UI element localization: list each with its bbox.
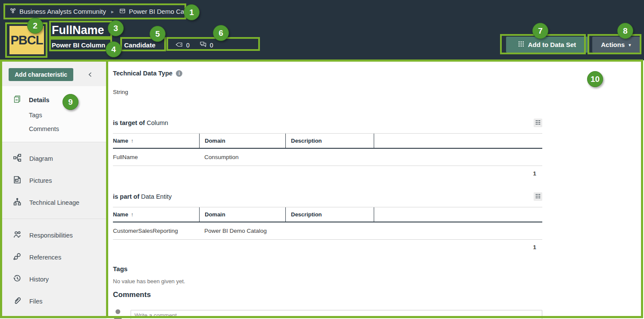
technical-data-type-label: Technical Data Type	[113, 70, 172, 77]
files-paperclip-icon	[13, 296, 22, 306]
sidebar-item-files-label: Files	[29, 298, 43, 305]
column-header-domain[interactable]: Domain	[199, 134, 285, 148]
relation-title-bold: is part of	[113, 193, 139, 200]
sidebar: Add characteristic Details	[0, 60, 106, 319]
cell-name[interactable]: CustomerSalesReporting	[113, 222, 199, 239]
breadcrumb-catalog-link[interactable]: Power BI Demo Catalog	[119, 7, 198, 16]
relation-table: Name ↑ Domain Description FullName Consu…	[113, 133, 542, 177]
asset-subtitle-row: Power BI Column Candidate 0	[52, 41, 213, 49]
cell-description	[285, 149, 374, 166]
column-header-name[interactable]: Name ↑	[113, 134, 199, 148]
grid-dots-icon	[535, 194, 541, 200]
comments-heading: Comments	[113, 291, 542, 299]
sort-ascending-icon: ↑	[131, 138, 133, 144]
technical-data-type-value: String	[113, 89, 542, 95]
column-header-name[interactable]: Name ↑	[113, 207, 199, 222]
breadcrumb-separator-icon: ▸	[109, 9, 116, 15]
tag-counter[interactable]: 0	[175, 41, 190, 49]
tag-icon	[175, 41, 183, 49]
sidebar-item-references[interactable]: References	[0, 246, 106, 268]
add-to-dataset-label: Add to Data Set	[528, 41, 576, 48]
sidebar-item-files[interactable]: Files	[0, 290, 106, 312]
tag-count: 0	[186, 42, 190, 49]
sidebar-item-pictures-label: Pictures	[29, 177, 52, 184]
row-count: 1	[113, 166, 542, 177]
column-header-description[interactable]: Description	[285, 134, 374, 148]
community-icon	[9, 7, 16, 16]
comment-counter[interactable]: 0	[199, 41, 213, 49]
comments-icon	[199, 41, 207, 49]
sidebar-group-visuals: Diagram Pictures	[0, 142, 106, 219]
table-row[interactable]: CustomerSalesReporting Power BI Demo Cat…	[113, 222, 542, 240]
relation-is-target-of-column: is target of Column	[113, 119, 542, 177]
references-icon	[13, 252, 22, 262]
cell-description	[285, 222, 374, 239]
sort-ascending-icon: ↑	[131, 212, 133, 218]
table-row[interactable]: FullName Consumption	[113, 149, 542, 166]
sidebar-item-technical-lineage-label: Technical Lineage	[29, 199, 79, 206]
asset-type-label: Power BI Column	[52, 41, 124, 49]
sidebar-item-responsibilities-label: Responsibilities	[29, 232, 73, 239]
info-icon[interactable]: i	[176, 70, 182, 77]
row-count: 1	[113, 240, 542, 250]
technical-data-type-heading: Technical Data Type i	[113, 70, 542, 77]
cell-domain[interactable]: Consumption	[199, 149, 285, 166]
sidebar-collapse-button[interactable]	[87, 71, 93, 78]
table-settings-button[interactable]	[534, 192, 542, 201]
breadcrumb-community-label: Business Analysts Community	[19, 8, 106, 15]
sidebar-item-details[interactable]: Details	[2, 91, 106, 108]
sidebar-group-meta: Responsibilities References	[0, 219, 106, 317]
table-settings-button[interactable]	[534, 119, 542, 127]
relation-title-type: Data Entity	[141, 193, 172, 200]
sidebar-item-responsibilities[interactable]: Responsibilities	[0, 224, 106, 246]
dataset-grid-icon	[518, 41, 524, 48]
chevron-down-icon: ▾	[628, 42, 631, 48]
breadcrumb: Business Analysts Community ▸ Power BI D…	[9, 7, 198, 16]
asset-type-badge: PBCL	[9, 26, 44, 54]
tags-section: Tags No value has been given yet.	[113, 265, 542, 285]
sidebar-item-comments[interactable]: Comments	[2, 122, 106, 136]
pictures-icon	[13, 175, 22, 185]
page-header: Business Analysts Community ▸ Power BI D…	[0, 0, 644, 60]
actions-button[interactable]: Actions ▾	[592, 37, 640, 53]
sidebar-active-group: Details Tags Comments	[0, 86, 106, 142]
sidebar-item-tags[interactable]: Tags	[2, 108, 106, 122]
comment-input[interactable]	[131, 310, 542, 319]
catalog-icon	[119, 7, 126, 16]
status-badge: Candidate	[124, 41, 175, 49]
relation-table: Name ↑ Domain Description CustomerSalesR…	[113, 207, 542, 250]
comments-section: Comments	[113, 291, 542, 319]
relation-title-bold: is target of	[113, 119, 145, 126]
add-characteristic-button[interactable]: Add characteristic	[9, 68, 73, 81]
grid-dots-icon	[535, 120, 541, 126]
column-header-domain[interactable]: Domain	[199, 207, 285, 222]
cell-name[interactable]: FullName	[113, 149, 199, 166]
history-icon	[13, 274, 22, 284]
sidebar-item-pictures[interactable]: Pictures	[0, 169, 106, 191]
page-body: Add characteristic Details	[0, 60, 644, 319]
add-to-dataset-button[interactable]: Add to Data Set	[506, 37, 588, 53]
main-content: Technical Data Type i String is target o…	[106, 60, 644, 319]
details-pages-icon	[13, 95, 22, 105]
page-title: FullName	[52, 24, 104, 37]
sidebar-item-history-label: History	[29, 276, 49, 283]
column-header-description[interactable]: Description	[285, 207, 374, 222]
breadcrumb-community-link[interactable]: Business Analysts Community	[9, 7, 106, 16]
avatar	[113, 309, 123, 319]
column-header-empty	[374, 134, 542, 148]
technical-lineage-icon	[13, 197, 22, 207]
sidebar-item-technical-lineage[interactable]: Technical Lineage	[0, 191, 106, 213]
relation-title: is target of Column	[113, 119, 168, 126]
sidebar-toolbar: Add characteristic	[0, 60, 106, 86]
relation-title-type: Column	[147, 119, 168, 126]
sidebar-item-diagram[interactable]: Diagram	[0, 147, 106, 169]
header-actions: Add to Data Set Actions ▾	[506, 37, 640, 53]
actions-label: Actions	[601, 41, 625, 48]
cell-domain[interactable]: Power BI Demo Catalog	[199, 222, 285, 239]
comment-count: 0	[210, 42, 213, 49]
asset-counters: 0 0	[175, 41, 213, 49]
tags-heading: Tags	[113, 265, 542, 272]
sidebar-item-history[interactable]: History	[0, 268, 106, 290]
responsibilities-icon	[13, 230, 22, 240]
breadcrumb-catalog-label: Power BI Demo Catalog	[129, 8, 198, 15]
